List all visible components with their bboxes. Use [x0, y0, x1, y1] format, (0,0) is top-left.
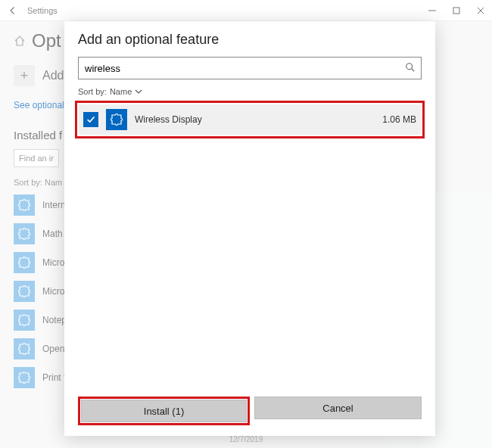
list-item-label: Intern: [42, 200, 66, 210]
feature-puzzle-icon: [14, 223, 35, 244]
window-title: Settings: [27, 6, 427, 15]
search-icon[interactable]: [405, 62, 416, 73]
feature-checkbox[interactable]: [83, 112, 98, 127]
maximize-icon[interactable]: [451, 5, 462, 16]
feature-puzzle-icon: [14, 367, 35, 388]
list-item-label: Print f: [42, 372, 66, 383]
dialog-title: Add an optional feature: [78, 32, 422, 48]
svg-point-2: [406, 64, 413, 70]
sort-value: Name: [110, 87, 132, 96]
plus-icon[interactable]: +: [14, 65, 35, 86]
feature-puzzle-icon: [14, 310, 35, 331]
feature-puzzle-icon: [14, 252, 35, 273]
sort-by-control[interactable]: Sort by: Name: [78, 87, 422, 96]
window-titlebar: Settings: [0, 0, 492, 21]
list-item-label: Micro: [42, 257, 64, 268]
home-icon[interactable]: [14, 35, 26, 47]
install-button[interactable]: Install (1): [81, 400, 247, 422]
chevron-down-icon: [135, 88, 142, 95]
feature-puzzle-icon: [14, 194, 35, 216]
feature-size: 1.06 MB: [382, 114, 416, 125]
list-item-label: Open: [42, 344, 64, 354]
feature-result-row[interactable]: Wireless Display 1.06 MB: [79, 104, 421, 135]
svg-rect-1: [453, 8, 459, 14]
svg-line-3: [412, 69, 415, 72]
feature-search-input[interactable]: [78, 57, 422, 79]
cancel-button[interactable]: Cancel: [254, 397, 422, 419]
feature-puzzle-icon: [14, 338, 35, 359]
add-optional-feature-dialog: Add an optional feature Sort by: Name Wi…: [64, 21, 435, 436]
footer-date: 12/7/2019: [229, 435, 263, 443]
feature-puzzle-icon: [14, 281, 35, 302]
close-icon[interactable]: [475, 5, 486, 16]
feature-name: Wireless Display: [135, 114, 375, 125]
find-installed-input[interactable]: [14, 149, 59, 167]
highlighted-install: Install (1): [78, 397, 250, 425]
page-title: Opt: [32, 30, 61, 51]
list-item-label: Micro: [42, 286, 64, 297]
highlighted-result: Wireless Display 1.06 MB: [75, 101, 425, 138]
minimize-icon[interactable]: [427, 5, 438, 16]
sort-prefix: Sort by:: [78, 87, 107, 96]
feature-puzzle-icon: [106, 109, 127, 130]
list-item-label: Notep: [42, 315, 67, 325]
list-item-label: Math: [42, 229, 63, 239]
back-icon[interactable]: [6, 4, 20, 17]
